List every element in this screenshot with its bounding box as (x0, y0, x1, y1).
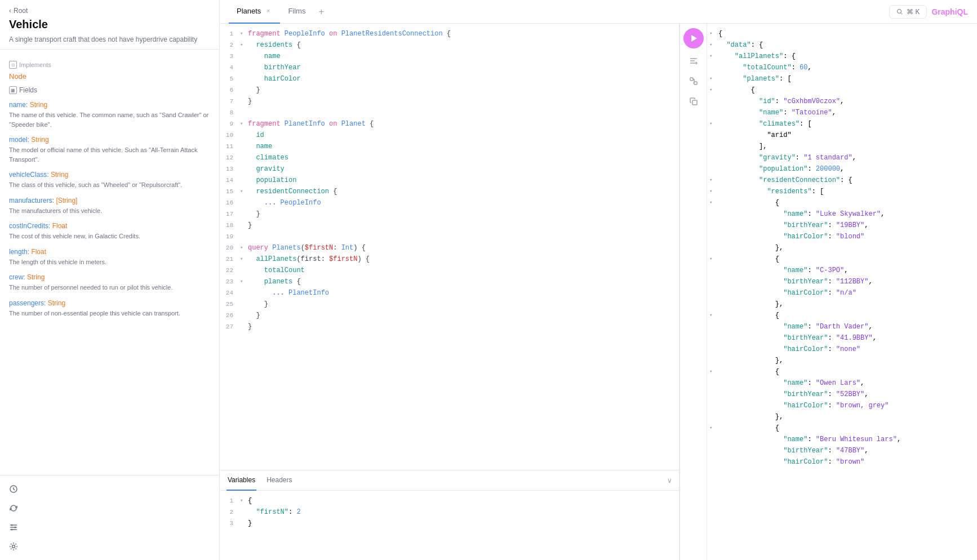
search-button[interactable]: ⌘ K (889, 5, 927, 19)
result-toggle[interactable]: ▾ (709, 28, 718, 39)
code-line: 11 name (220, 141, 679, 152)
settings-button[interactable] (5, 537, 23, 555)
field-name-costInCredits: costInCredits: Float (9, 222, 210, 230)
line-toggle[interactable]: ▾ (240, 28, 248, 39)
result-toggle[interactable]: ▾ (709, 85, 718, 96)
result-line: ▾ "residentConnection": { (707, 175, 977, 186)
field-name-link[interactable]: length (9, 248, 28, 256)
line-toggle[interactable]: ▾ (240, 495, 248, 506)
line-number: 2 (220, 506, 240, 518)
result-toggle[interactable]: ▾ (709, 310, 718, 321)
code-line: 22 totalCount (220, 265, 679, 276)
line-content: } (248, 299, 679, 310)
field-name-link[interactable]: name (9, 101, 26, 109)
field-type-link[interactable]: Float (52, 222, 68, 230)
field-type-link[interactable]: String (31, 136, 48, 144)
variables-content[interactable]: 1▾{2 "firstN": 23 } (220, 491, 679, 560)
svg-rect-7 (690, 78, 693, 81)
history-button[interactable] (5, 480, 23, 498)
field-name-link[interactable]: costInCredits (9, 222, 48, 230)
line-toggle[interactable]: ▾ (240, 276, 248, 287)
line-number: 11 (220, 141, 240, 152)
fields-list: name: StringThe name of this vehicle. Th… (9, 101, 210, 318)
tab-add-button[interactable]: + (313, 4, 329, 20)
result-toggle[interactable]: ▾ (709, 175, 718, 186)
result-content: "hairColor": "blond" (718, 231, 975, 242)
result-line: "name": "C-3PO", (707, 265, 977, 276)
result-toggle[interactable]: ▾ (709, 197, 718, 208)
tab-headers[interactable]: Headers (265, 470, 293, 491)
tab-films[interactable]: Films (280, 0, 313, 24)
line-toggle[interactable]: ▾ (240, 118, 248, 130)
line-toggle[interactable]: ▾ (240, 39, 248, 51)
result-content: "residents": [ (718, 186, 975, 197)
plugins-button[interactable] (5, 518, 23, 536)
result-content: "birthYear": "52BBY", (718, 389, 975, 400)
code-line: 18 } (220, 220, 679, 231)
svg-point-3 (11, 529, 13, 531)
merge-button[interactable] (686, 73, 701, 89)
code-line: 12 climates (220, 152, 679, 163)
field-item-name: name: StringThe name of this vehicle. Th… (9, 101, 210, 129)
sidebar-top: ‹ Root Vehicle A single transport craft … (0, 0, 219, 50)
line-content: name (248, 141, 679, 152)
result-content: "birthYear": "47BBY", (718, 445, 975, 456)
result-content: { (718, 423, 975, 434)
line-toggle[interactable]: ▾ (240, 242, 248, 254)
result-panel: ▾{▾ "data": {▾ "allPlanets": { "totalCou… (707, 24, 977, 560)
prettify-button[interactable] (686, 53, 701, 69)
field-name-link[interactable]: model (9, 136, 28, 144)
field-type-link[interactable]: String (48, 299, 65, 307)
code-line: 27 } (220, 321, 679, 332)
copy-button[interactable] (686, 94, 701, 109)
field-name-link[interactable]: crew (9, 273, 23, 281)
result-toggle[interactable]: ▾ (709, 423, 718, 434)
field-item-passengers: passengers: StringThe number of non-esse… (9, 299, 210, 318)
tab-planets-label: Planets (237, 7, 261, 15)
line-number: 3 (220, 518, 240, 529)
tab-variables[interactable]: Variables (227, 470, 256, 491)
tab-planets[interactable]: Planets × (229, 0, 280, 24)
implements-node-link[interactable]: Node (9, 72, 210, 81)
result-line: }, (707, 355, 977, 366)
result-toggle[interactable]: ▾ (709, 186, 718, 197)
field-desc-name: The name of this vehicle. The common nam… (9, 110, 210, 129)
refresh-button[interactable] (5, 499, 23, 517)
field-name-link[interactable]: passengers (9, 299, 44, 307)
result-toggle[interactable]: ▾ (709, 51, 718, 62)
field-type-link[interactable]: String (27, 273, 45, 281)
field-desc-vehicleClass: The class of this vehicle, such as "Whee… (9, 180, 210, 190)
field-type-link[interactable]: String (30, 101, 47, 109)
run-button[interactable] (683, 28, 704, 48)
result-content: { (718, 197, 975, 208)
line-number: 9 (220, 118, 240, 130)
result-toggle[interactable]: ▾ (709, 254, 718, 265)
line-content: ... PlanetInfo (248, 287, 679, 299)
result-toggle[interactable]: ▾ (709, 118, 718, 130)
result-toggle[interactable]: ▾ (709, 39, 718, 51)
line-content: } (248, 96, 679, 107)
tab-planets-close[interactable]: × (264, 7, 272, 15)
result-toggle[interactable]: ▾ (709, 366, 718, 377)
line-toggle[interactable]: ▾ (240, 254, 248, 265)
svg-rect-8 (694, 82, 697, 85)
result-line: "totalCount": 60, (707, 62, 977, 73)
line-toggle[interactable]: ▾ (240, 186, 248, 197)
field-type-link[interactable]: String (51, 171, 68, 179)
merge-icon (689, 77, 698, 86)
field-name-link[interactable]: manufacturers (9, 197, 52, 205)
variables-chevron[interactable]: ∨ (667, 477, 672, 485)
result-toggle[interactable]: ▾ (709, 73, 718, 85)
line-number: 4 (220, 62, 240, 73)
field-type-link[interactable]: Float (31, 248, 46, 256)
result-content: "allPlanets": { (718, 51, 975, 62)
field-name-name: name: String (9, 101, 210, 109)
result-line: ▾ { (707, 423, 977, 434)
field-name-link[interactable]: vehicleClass (9, 171, 47, 179)
code-editor-content[interactable]: 1▾fragment PeopleInfo on PlanetResidents… (220, 24, 679, 470)
breadcrumb[interactable]: ‹ Root (9, 7, 210, 15)
result-line: "hairColor": "none" (707, 344, 977, 355)
field-type-link[interactable]: [String] (56, 197, 77, 205)
line-number: 18 (220, 220, 240, 231)
result-content: "gravity": "1 standard", (718, 152, 975, 163)
